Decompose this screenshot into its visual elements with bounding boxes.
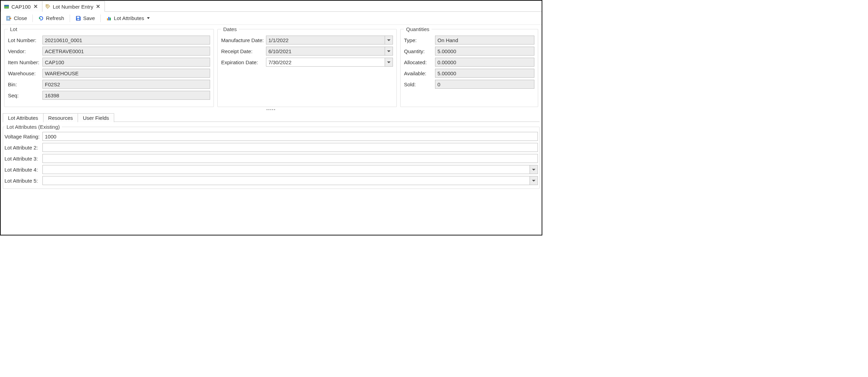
seq-label: Seq: [8, 93, 42, 98]
lot-attribute-3-field[interactable] [42, 154, 538, 163]
button-label: Lot Attributes [114, 15, 144, 21]
tab-label: CAP100 [11, 4, 31, 10]
lot-attribute-5-dropdown[interactable] [530, 176, 538, 185]
button-label: Close [14, 15, 27, 21]
chart-bars-icon [106, 16, 112, 21]
close-icon[interactable]: ✕ [95, 3, 101, 10]
group-lot-attributes-existing: Lot Attributes (Existing) Voltage Rating… [3, 124, 540, 189]
document-tabs: CAP100 ✕ Lot Number Entry ✕ [1, 1, 542, 12]
tab-label: Lot Number Entry [53, 4, 93, 10]
type-label: Type: [404, 37, 435, 43]
item-number-field[interactable] [42, 58, 210, 67]
lot-attribute-2-label: Lot Attribute 2: [4, 145, 42, 151]
sold-label: Sold: [404, 81, 435, 87]
panels-area: Lot Lot Number: Vendor: Item Number: War… [1, 25, 542, 107]
toolbar-separator [70, 14, 70, 22]
chevron-down-icon [532, 180, 535, 182]
bin-field[interactable] [42, 80, 210, 89]
tab-lot-attributes[interactable]: Lot Attributes [3, 113, 43, 122]
save-button[interactable]: Save [73, 14, 98, 22]
splitter-handle[interactable]: ••••• [1, 107, 542, 112]
button-label: Save [83, 15, 95, 21]
save-icon [76, 16, 81, 21]
lot-attribute-5-label: Lot Attribute 5: [4, 178, 42, 184]
app-window: CAP100 ✕ Lot Number Entry ✕ [0, 0, 542, 235]
svg-rect-5 [77, 17, 79, 18]
tab-resources[interactable]: Resources [43, 113, 78, 122]
voltage-rating-field[interactable] [42, 132, 538, 141]
seq-field[interactable] [42, 91, 210, 100]
warehouse-label: Warehouse: [8, 70, 42, 76]
group-lot: Lot Lot Number: Vendor: Item Number: War… [4, 26, 214, 107]
box-icon [4, 4, 9, 9]
close-button[interactable]: Close [3, 14, 30, 22]
detail-tabs: Lot Attributes Resources User Fields [3, 112, 540, 122]
group-legend: Lot [8, 26, 19, 32]
lot-attribute-4-field[interactable] [42, 165, 530, 174]
tab-cap100[interactable]: CAP100 ✕ [1, 1, 42, 12]
svg-point-2 [47, 5, 47, 6]
receipt-date-dropdown[interactable] [385, 47, 393, 56]
manufacture-date-label: Manufacture Date: [221, 37, 266, 43]
vendor-field[interactable] [42, 47, 210, 56]
svg-rect-6 [77, 19, 79, 20]
lot-attribute-3-label: Lot Attribute 3: [4, 156, 42, 162]
lot-number-field[interactable] [42, 36, 210, 45]
tab-user-fields[interactable]: User Fields [78, 113, 114, 122]
manufacture-date-field[interactable] [266, 36, 385, 45]
tag-icon [45, 4, 51, 9]
svg-rect-9 [110, 18, 111, 20]
group-legend: Dates [221, 26, 239, 32]
manufacture-date-dropdown[interactable] [385, 36, 393, 45]
door-icon [6, 16, 12, 21]
bin-label: Bin: [8, 81, 42, 87]
group-legend: Quantities [404, 26, 432, 32]
quantity-field[interactable] [435, 47, 534, 56]
expiration-date-field[interactable] [266, 58, 385, 67]
close-icon[interactable]: ✕ [33, 3, 39, 10]
refresh-button[interactable]: Refresh [36, 14, 67, 22]
lot-attribute-2-field[interactable] [42, 143, 538, 152]
expiration-date-label: Expiration Date: [221, 59, 266, 65]
toolbar-separator [32, 14, 33, 22]
lot-number-label: Lot Number: [8, 37, 42, 43]
button-label: Refresh [46, 15, 64, 21]
lot-attribute-5-field[interactable] [42, 176, 530, 185]
chevron-down-icon [387, 39, 391, 41]
group-quantities: Quantities Type: Quantity: Allocated: Av… [400, 26, 538, 107]
warehouse-field[interactable] [42, 69, 210, 78]
chevron-down-icon [147, 17, 150, 19]
voltage-rating-label: Voltage Rating: [4, 134, 42, 139]
available-label: Available: [404, 70, 435, 76]
receipt-date-label: Receipt Date: [221, 48, 266, 54]
quantity-label: Quantity: [404, 48, 435, 54]
sold-field[interactable] [435, 80, 534, 89]
svg-rect-7 [107, 18, 108, 20]
svg-rect-8 [108, 17, 109, 20]
group-dates: Dates Manufacture Date: Receipt Date: Ex… [217, 26, 397, 107]
tab-lot-number-entry[interactable]: Lot Number Entry ✕ [42, 1, 105, 12]
available-field[interactable] [435, 69, 534, 78]
lot-attribute-4-dropdown[interactable] [530, 165, 538, 174]
lot-attributes-button[interactable]: Lot Attributes [103, 14, 152, 22]
chevron-down-icon [387, 61, 391, 63]
vendor-label: Vendor: [8, 48, 42, 54]
refresh-icon [38, 16, 44, 21]
svg-rect-4 [7, 17, 9, 20]
lot-attribute-4-label: Lot Attribute 4: [4, 167, 42, 173]
toolbar-separator [100, 14, 101, 22]
item-number-label: Item Number: [8, 59, 42, 65]
svg-rect-1 [4, 5, 9, 6]
group-legend: Lot Attributes (Existing) [4, 124, 62, 130]
chevron-down-icon [387, 50, 391, 52]
receipt-date-field[interactable] [266, 47, 385, 56]
allocated-field[interactable] [435, 58, 534, 67]
allocated-label: Allocated: [404, 59, 435, 65]
chevron-down-icon [532, 169, 535, 171]
expiration-date-dropdown[interactable] [385, 58, 393, 67]
toolbar: Close Refresh Save [1, 12, 542, 25]
type-field[interactable] [435, 36, 534, 45]
